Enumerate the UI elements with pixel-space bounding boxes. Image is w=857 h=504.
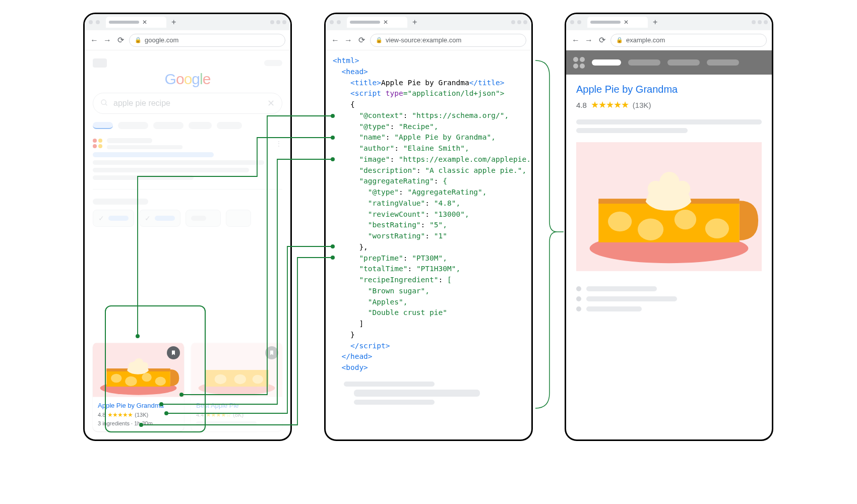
forward-icon[interactable]: → [584,36,593,45]
recipe-title: Best Apple Pie [196,402,277,409]
star-icons: ★★★★★ [107,411,133,418]
svg-point-24 [638,219,663,240]
url-field[interactable]: 🔒 example.com [610,34,767,47]
search-tab[interactable] [93,122,113,129]
recipe-card[interactable]: Best Apple Pie 4.4★★★★☆(8K) [191,342,282,431]
browser-tab[interactable]: ✕ [347,17,407,28]
window-dot [96,20,100,24]
body-placeholder [326,379,531,405]
svg-point-26 [705,219,729,238]
browser-tabbar: ✕ + [326,14,531,30]
filter-chip[interactable] [226,210,251,227]
list-item [576,296,762,301]
svg-line-1 [105,104,107,105]
browser-tabbar: ✕ + [566,14,772,30]
back-icon[interactable]: ← [571,36,580,45]
lock-icon: 🔒 [135,37,142,43]
recipe-carousel: Apple Pie by Grandma 4.8 ★★★★★ (13K) 3 i… [93,342,282,431]
filter-chip[interactable]: ✓ [139,210,180,227]
site-logo-icon[interactable] [573,57,585,69]
search-icon [100,99,108,108]
rating-row: 4.8 ★★★★★ (13K) [576,99,762,110]
filter-chip[interactable]: ✓ [93,210,134,227]
pie-illustration [576,141,762,272]
new-tab-icon[interactable]: + [171,18,176,27]
google-logo: Google [93,71,282,88]
recipe-rating: 4.8 ★★★★★ (13K) [98,411,179,418]
nav-item[interactable] [707,59,739,66]
list-item [576,306,762,311]
svg-point-29 [675,181,690,197]
nav-item[interactable] [628,59,660,66]
lock-icon: 🔒 [376,37,383,43]
recipe-thumbnail [93,342,184,398]
browser-tabbar: ✕ + [85,14,290,30]
reload-icon[interactable]: ⟳ [597,35,606,45]
search-tab[interactable] [153,122,183,129]
lock-icon: 🔒 [616,37,623,43]
svg-point-9 [155,377,166,386]
new-tab-icon[interactable]: + [412,18,417,27]
svg-point-12 [141,362,148,369]
browser-address-bar: ← → ⟳ 🔒 google.com [85,30,290,50]
more-icon[interactable]: ⋮ [275,140,282,148]
forward-icon[interactable]: → [344,36,353,45]
nav-item[interactable] [592,59,621,66]
browser-tab[interactable]: ✕ [106,17,166,28]
svg-point-18 [253,375,263,384]
hero-image [576,141,762,272]
url-field[interactable]: 🔒 view-source:example.com [370,34,526,47]
page-title: Apple Pie by Grandma [576,84,762,95]
clear-icon[interactable]: ✕ [267,98,275,109]
phone-search-results: ✕ + ← → ⟳ 🔒 google.com Google [83,13,292,441]
url-field[interactable]: 🔒 google.com [129,34,285,47]
star-icons: ★★★★★ [591,99,629,110]
svg-point-10 [129,362,136,369]
svg-point-6 [111,374,121,383]
svg-point-8 [142,373,151,382]
phone-recipe-page: ✕ + ← → ⟳ 🔒 example.com Apple Pie by Gra… [565,13,773,441]
bookmark-icon[interactable] [167,346,180,359]
site-header [566,50,772,75]
svg-point-7 [125,376,137,386]
search-tab[interactable] [189,122,212,129]
url-text: view-source:example.com [386,36,461,44]
url-text: example.com [626,36,665,44]
svg-point-17 [234,374,246,384]
search-box[interactable]: ✕ [93,93,282,114]
filter-chip[interactable] [186,210,221,227]
search-tab[interactable] [217,122,242,129]
back-icon[interactable]: ← [90,36,99,45]
svg-point-0 [101,100,106,104]
result-block: ⋮ [93,138,282,180]
recipe-card[interactable]: Apple Pie by Grandma 4.8 ★★★★★ (13K) 3 i… [93,342,184,431]
list-item [576,286,762,291]
svg-point-25 [675,210,696,229]
browser-tab[interactable]: ✕ [587,17,648,28]
reload-icon[interactable]: ⟳ [357,35,366,45]
url-text: google.com [145,36,178,44]
tab-close-icon[interactable]: ✕ [142,19,147,26]
new-tab-icon[interactable]: + [653,18,657,27]
search-tab[interactable] [118,122,148,129]
recipe-meta: 3 ingredients · 1h 30m [98,420,179,426]
source-code: <html> <head> <title>Apple Pie by Grandm… [326,50,531,379]
nav-item[interactable] [667,59,700,66]
phone-view-source: ✕ + ← → ⟳ 🔒 view-source:example.com <htm… [324,13,533,441]
search-input[interactable] [113,99,262,108]
svg-point-16 [215,374,226,384]
recipe-title: Apple Pie by Grandma [98,402,179,409]
description-placeholder [576,119,762,133]
window-controls [270,20,286,24]
back-icon[interactable]: ← [331,36,340,45]
favicon [93,139,103,149]
window-dot [89,20,93,24]
search-tabs [93,122,282,129]
svg-point-23 [608,212,632,231]
reload-icon[interactable]: ⟳ [116,35,125,45]
forward-icon[interactable]: → [103,36,112,45]
